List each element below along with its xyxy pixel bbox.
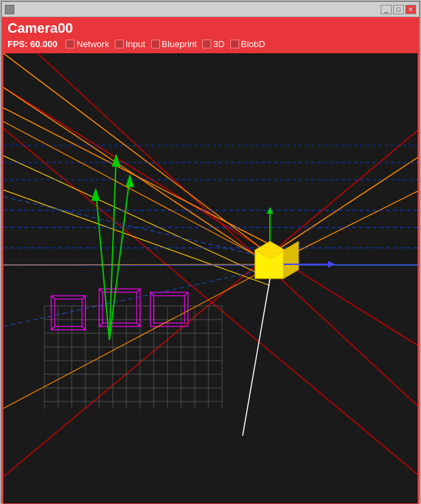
toolbar-item-network[interactable]: Network: [66, 39, 109, 49]
fps-display: FPS: 60.000: [8, 39, 57, 49]
viewport[interactable]: [2, 52, 419, 504]
blueprint-label: Blueprint: [162, 39, 197, 49]
3d-checkbox[interactable]: [202, 40, 211, 48]
app-header-area: Camera00 FPS: 60.000 Network Input Bluep…: [2, 17, 419, 52]
main-content: Camera00 FPS: 60.000 Network Input Bluep…: [2, 17, 419, 504]
main-window: _ □ ✕ Camera00 FPS: 60.000 Network Input: [1, 1, 420, 503]
input-label: Input: [126, 39, 146, 49]
toolbar-item-blobD[interactable]: BlobD: [230, 39, 265, 49]
viewport-svg: [3, 53, 419, 477]
input-checkbox[interactable]: [115, 40, 124, 48]
toolbar-item-input[interactable]: Input: [115, 39, 146, 49]
network-label: Network: [77, 39, 109, 49]
3d-label: 3D: [213, 39, 225, 49]
network-checkbox[interactable]: [66, 40, 74, 48]
blobD-checkbox[interactable]: [230, 40, 239, 48]
toolbar-item-3d[interactable]: 3D: [202, 39, 225, 49]
window-icon: [5, 5, 14, 14]
blobD-label: BlobD: [241, 39, 265, 49]
close-button[interactable]: ✕: [405, 5, 416, 14]
app-header: Camera00: [2, 17, 419, 38]
toolbar-item-blueprint[interactable]: Blueprint: [151, 39, 197, 49]
toolbar: FPS: 60.000 Network Input Blueprint 3D: [2, 38, 419, 52]
titlebar: _ □ ✕: [2, 2, 419, 17]
minimize-button[interactable]: _: [381, 5, 392, 14]
app-title: Camera00: [8, 20, 73, 36]
maximize-button[interactable]: □: [393, 5, 404, 14]
titlebar-controls: _ □ ✕: [381, 5, 416, 14]
blueprint-checkbox[interactable]: [151, 40, 160, 48]
